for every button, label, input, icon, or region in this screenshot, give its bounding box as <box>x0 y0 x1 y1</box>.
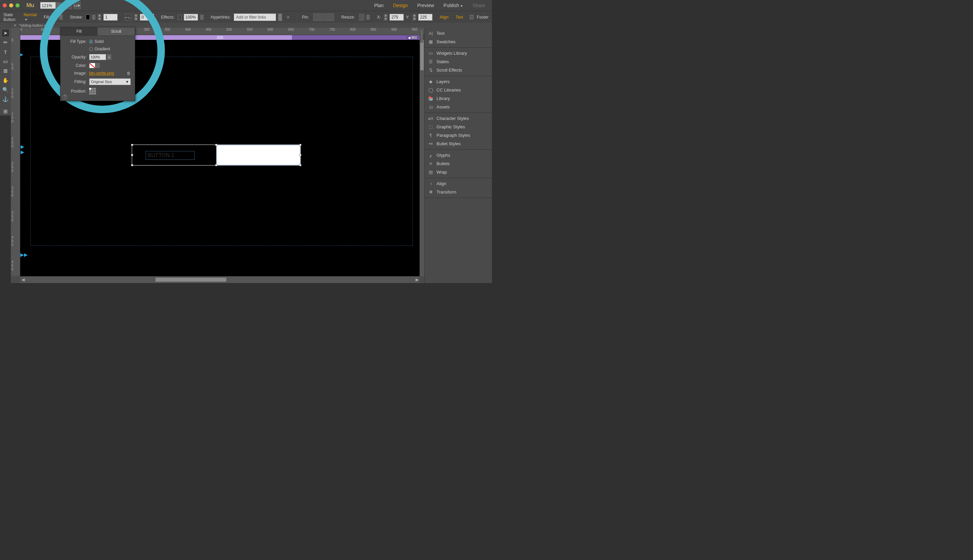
footer-checkbox[interactable] <box>470 15 473 19</box>
horizontal-scrollbar[interactable]: ◀ ▶ <box>20 276 420 283</box>
x-field[interactable] <box>389 14 404 21</box>
fill-dropdown[interactable] <box>59 15 63 20</box>
y-stepper[interactable]: ▲▼ <box>412 14 416 21</box>
mode-design[interactable]: Design <box>393 3 408 8</box>
zoom-dropdown[interactable] <box>56 2 61 9</box>
text-tool[interactable]: T <box>2 48 10 56</box>
panel-item-cc-libraries[interactable]: ◯CC Libraries <box>425 86 492 94</box>
panel-item-states[interactable]: ☰States <box>425 57 492 66</box>
panel-item-character-styles[interactable]: aACharacter Styles <box>425 114 492 123</box>
zoom-field[interactable]: 121% <box>40 2 56 9</box>
color-dropdown[interactable] <box>95 63 100 68</box>
text-link[interactable]: Text <box>456 15 463 20</box>
resize-handle[interactable] <box>215 144 217 146</box>
hyperlinks-dropdown[interactable] <box>278 13 282 21</box>
view-icon[interactable]: ▭▾ <box>73 2 81 9</box>
resize-handle[interactable] <box>299 154 301 156</box>
corner-icon[interactable]: ⌐⌙ <box>125 13 132 21</box>
resize-handle[interactable] <box>131 164 133 166</box>
stroke-swatch[interactable] <box>86 15 90 20</box>
effects-dropdown[interactable] <box>200 15 204 20</box>
corner-stepper[interactable]: ▲▼ <box>134 14 138 21</box>
effects-swatch[interactable] <box>178 15 182 20</box>
radio-gradient[interactable] <box>89 47 93 51</box>
maximize-window[interactable] <box>15 3 20 7</box>
resize-handle[interactable] <box>299 144 301 146</box>
panel-item-transform[interactable]: ✥Transform <box>425 188 492 196</box>
align-link[interactable]: Align <box>439 15 449 20</box>
guide-marker-icon[interactable]: ▶ <box>20 52 23 57</box>
transform-tool[interactable]: ⊞ <box>2 107 10 115</box>
tab-close-icon[interactable]: ✕ <box>13 23 17 28</box>
resize-handle[interactable] <box>299 164 301 166</box>
stroke-width-field[interactable] <box>103 14 118 21</box>
scrollbar-thumb[interactable] <box>420 40 424 70</box>
pin-controls[interactable] <box>313 13 334 21</box>
stroke-dropdown[interactable] <box>92 15 96 20</box>
button-text[interactable]: BUTTON 1 <box>145 151 195 160</box>
mode-publish[interactable]: Publish▼ <box>444 3 463 8</box>
fitting-dropdown[interactable]: Original Size▼ <box>89 78 131 85</box>
tab-fill[interactable]: Fill <box>60 27 98 35</box>
resize-handle[interactable] <box>131 154 133 156</box>
panel-item-bullets[interactable]: ≡Bullets <box>425 159 492 168</box>
panel-item-library[interactable]: 📚Library <box>425 94 492 103</box>
image-link[interactable]: btn-sprite.png <box>89 71 114 76</box>
tab-scroll[interactable]: Scroll <box>98 27 135 35</box>
opacity-field[interactable] <box>89 54 106 60</box>
hand-tool[interactable]: ✋ <box>2 76 10 85</box>
vertical-ruler[interactable]: 050100150200250300350400450500 <box>11 35 20 276</box>
ruler-origin[interactable] <box>11 28 20 35</box>
panel-item-bullet-styles[interactable]: •≡Bullet Styles <box>425 140 492 148</box>
y-field[interactable] <box>418 14 432 21</box>
scroll-left-icon[interactable]: ◀ <box>20 277 26 282</box>
stroke-stepper[interactable]: ▲▼ <box>98 14 101 21</box>
trash-icon[interactable]: 🗑 <box>127 71 131 76</box>
panel-item-graphic-styles[interactable]: ⬚Graphic Styles <box>425 123 492 131</box>
minimize-window[interactable] <box>9 3 13 7</box>
rectangle-tool[interactable]: ▭ <box>2 57 10 65</box>
hyperlinks-clear[interactable]: ✕ <box>286 15 290 20</box>
panel-item-wrap[interactable]: ▤Wrap <box>425 168 492 176</box>
resize-handle[interactable] <box>215 164 217 166</box>
panel-item-swatches[interactable]: ▦Swatches <box>425 37 492 46</box>
anchor-tool[interactable]: ⚓ <box>2 95 10 103</box>
undo-icon[interactable]: ↶ <box>65 2 72 9</box>
position-grid[interactable] <box>89 88 96 95</box>
selection-tool[interactable]: ➤ <box>2 29 10 37</box>
guide-marker-icon[interactable]: ▶▶ <box>21 144 24 155</box>
panel-item-assets[interactable]: 🗂Assets <box>425 103 492 111</box>
radio-solid[interactable] <box>89 40 93 43</box>
zoom-tool[interactable]: 🔍 <box>2 86 10 94</box>
crop-tool[interactable]: ✏ <box>2 38 10 47</box>
panel-item-scroll-effects[interactable]: ⇅Scroll Effects <box>425 66 492 74</box>
panel-item-paragraph-styles[interactable]: ¶Paragraph Styles <box>425 131 492 140</box>
vertical-scrollbar[interactable] <box>420 40 424 276</box>
panel-item-text[interactable]: A|Text <box>425 29 492 37</box>
hyperlinks-field[interactable]: Add or filter links <box>234 13 276 21</box>
mode-plan[interactable]: Plan <box>374 3 384 8</box>
close-window[interactable] <box>3 3 7 7</box>
help-icon[interactable]: ? <box>62 95 67 99</box>
x-stepper[interactable]: ▲▼ <box>384 14 387 21</box>
tab-name[interactable]: *sliding-button-star… <box>19 23 54 27</box>
panel-item-glyphs[interactable]: ℊGlyphs <box>425 151 492 159</box>
selected-element[interactable]: BUTTON 1 <box>132 145 301 165</box>
color-swatch-none[interactable] <box>89 63 95 68</box>
scroll-right-icon[interactable]: ▶ <box>414 277 420 282</box>
frame-tool[interactable]: ⊠ <box>2 67 10 75</box>
mode-preview[interactable]: Preview <box>417 3 434 8</box>
panel-item-align[interactable]: ⫞Align <box>425 179 492 188</box>
fill-swatch[interactable] <box>53 15 57 20</box>
panel-collapse-handle[interactable] <box>420 29 423 43</box>
opacity-slider-btn[interactable]: ▸ <box>107 54 112 60</box>
mode-share[interactable]: Share <box>472 3 485 8</box>
effects-opacity-field[interactable] <box>184 14 198 21</box>
resize-dropdown[interactable] <box>366 15 370 20</box>
state-button-value[interactable]: Normal <box>23 12 37 22</box>
corner-radius-field[interactable] <box>140 14 154 21</box>
scrollbar-thumb[interactable] <box>155 278 226 282</box>
resize-control[interactable] <box>359 14 364 21</box>
guide-marker-icon[interactable]: ▶▶ <box>20 252 28 257</box>
resize-handle[interactable] <box>131 144 133 146</box>
